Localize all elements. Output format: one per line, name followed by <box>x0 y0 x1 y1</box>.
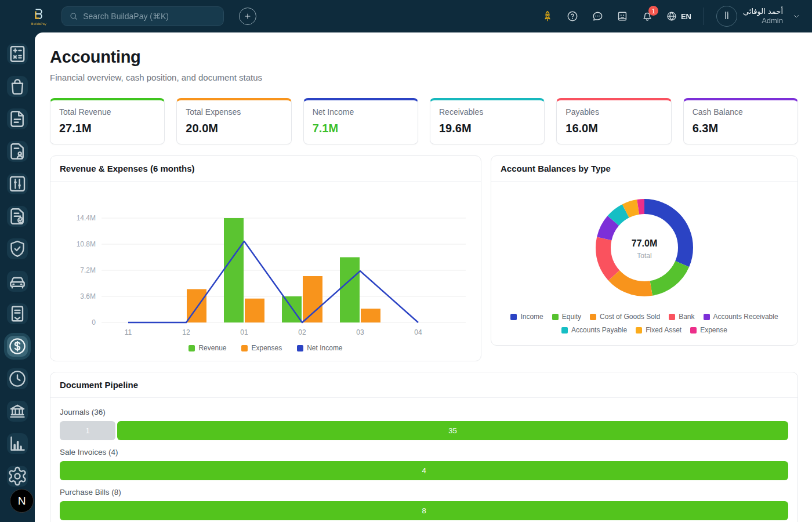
document-pipeline-panel: Document Pipeline Journals (36)135Sale I… <box>50 372 798 522</box>
pipeline-body: Journals (36)135Sale Invoices (4)4Purcha… <box>50 398 798 522</box>
pipeline-row-label: Sale Invoices (4) <box>60 448 788 456</box>
avatar: أأ <box>716 6 737 27</box>
pipeline-row-label: Journals (36) <box>60 408 788 416</box>
legend-item-bank[interactable]: Bank <box>669 313 694 321</box>
app-logo[interactable]: BuildaPay <box>31 8 46 26</box>
legend-swatch <box>690 327 697 334</box>
nextjs-dev-indicator[interactable]: N <box>10 489 34 513</box>
revenue-chart-legend: RevenueExpensesNet Income <box>50 342 481 361</box>
legend-label: Cost of Goods Sold <box>600 313 660 321</box>
pipeline-bar: 4 <box>60 461 788 480</box>
shield-check-icon <box>7 238 28 259</box>
card-label: Total Expenses <box>186 107 282 117</box>
donut-total-value: 77.0M <box>632 238 657 248</box>
sidebar-item-calculator[interactable] <box>7 44 28 64</box>
buildapay-logo-icon <box>31 8 46 21</box>
sidebar-item-dollar-circle[interactable] <box>7 336 28 357</box>
legend-item-fixed-asset[interactable]: Fixed Asset <box>636 326 682 334</box>
summary-card-payables: Payables16.0M <box>556 98 671 144</box>
user-role: Admin <box>762 16 783 26</box>
summary-card-cash-balance: Cash Balance6.3M <box>683 98 798 144</box>
legend-item-revenue[interactable]: Revenue <box>188 344 226 352</box>
legend-swatch <box>297 345 303 351</box>
revenue-expenses-svg: 03.6M7.2M10.8M14.4M111201020304 <box>59 187 472 339</box>
sidebar-item-document-check[interactable] <box>7 206 28 227</box>
quick-add-button[interactable] <box>239 8 256 25</box>
x-axis-tick: 04 <box>414 328 422 336</box>
sidebar-item-receipt[interactable] <box>7 303 28 324</box>
pipeline-segment: 1 <box>60 421 115 440</box>
bell-icon[interactable]: 1 <box>641 10 654 23</box>
legend-item-accounts-payable[interactable]: Accounts Payable <box>561 326 627 334</box>
legend-item-accounts-receivable[interactable]: Accounts Receivable <box>704 313 778 321</box>
card-label: Payables <box>566 107 662 117</box>
gear-icon <box>7 466 28 487</box>
globe-icon <box>666 10 677 22</box>
legend-item-cost-of-goods-sold[interactable]: Cost of Goods Sold <box>590 313 660 321</box>
sidebar-item-gear[interactable] <box>7 466 28 487</box>
document-icon <box>7 108 28 129</box>
legend-label: Bank <box>679 313 694 321</box>
donut-total-label: Total <box>637 252 651 260</box>
kiosk-icon[interactable] <box>616 10 629 23</box>
help-icon[interactable] <box>566 10 579 23</box>
pipeline-title: Document Pipeline <box>50 372 798 398</box>
y-axis-tick: 14.4M <box>77 214 96 222</box>
legend-item-equity[interactable]: Equity <box>552 313 581 321</box>
legend-swatch <box>636 327 642 334</box>
divider <box>704 8 704 25</box>
y-axis-tick: 7.2M <box>80 266 96 274</box>
legend-swatch <box>241 345 248 351</box>
card-value: 7.1M <box>313 122 409 135</box>
legend-swatch <box>188 345 195 351</box>
legend-label: Revenue <box>198 344 226 352</box>
legend-item-net-income[interactable]: Net Income <box>297 344 342 352</box>
y-axis-tick: 0 <box>92 318 96 327</box>
sidebar-item-bar-chart[interactable] <box>7 433 28 454</box>
balances-donut-chart: 77.0MTotal <box>491 182 798 299</box>
sidebar-item-document[interactable] <box>7 108 28 129</box>
legend-label: Expenses <box>251 344 282 352</box>
calculator-icon <box>7 44 28 64</box>
bank-icon <box>7 401 28 422</box>
x-axis-tick: 02 <box>298 328 306 336</box>
page-title: Accounting <box>50 48 798 67</box>
card-label: Cash Balance <box>693 107 789 117</box>
y-axis-tick: 10.8M <box>77 240 96 248</box>
sidebar-item-shield-check[interactable] <box>7 238 28 259</box>
summary-card-total-expenses: Total Expenses20.0M <box>176 98 291 144</box>
legend-label: Net Income <box>307 344 342 352</box>
sidebar-item-document-user[interactable] <box>7 141 28 162</box>
legend-item-expense[interactable]: Expense <box>690 326 727 334</box>
search-input[interactable] <box>83 12 216 21</box>
card-value: 16.0M <box>566 122 662 135</box>
balances-chart-legend: IncomeEquityCost of Goods SoldBankAccoun… <box>502 313 786 345</box>
y-axis-tick: 3.6M <box>80 292 96 300</box>
summary-card-total-revenue: Total Revenue27.1M <box>50 98 165 144</box>
legend-label: Expense <box>700 326 727 334</box>
sidebar-item-car[interactable] <box>7 271 28 292</box>
legend-item-income[interactable]: Income <box>510 313 543 321</box>
chevron-down-icon <box>792 12 800 20</box>
legend-label: Equity <box>562 313 581 321</box>
legend-swatch <box>561 327 568 334</box>
pipeline-bar: 8 <box>60 501 788 520</box>
sliders-icon <box>7 173 28 194</box>
sidebar-item-clock[interactable] <box>7 368 28 389</box>
user-menu[interactable]: أأ أحمد الوفائي Admin <box>716 6 800 27</box>
account-balances-panel: Account Balances by Type 77.0MTotal Inco… <box>491 155 798 346</box>
global-search[interactable] <box>61 6 224 26</box>
language-selector[interactable]: EN <box>666 10 691 22</box>
legend-item-expenses[interactable]: Expenses <box>241 344 282 352</box>
user-name: أحمد الوفائي <box>743 7 783 16</box>
sidebar-item-shopping-bag[interactable] <box>7 76 28 97</box>
bar-chart-icon <box>7 433 28 454</box>
document-user-icon <box>7 141 28 162</box>
sidebar-item-sliders[interactable] <box>7 173 28 194</box>
sidebar-item-bank[interactable] <box>7 401 28 422</box>
revenue-chart-title: Revenue & Expenses (6 months) <box>50 156 481 182</box>
legend-label: Income <box>520 313 543 321</box>
card-label: Receivables <box>439 107 535 117</box>
rocket-icon[interactable] <box>541 10 554 23</box>
chat-feedback-icon[interactable] <box>591 10 604 23</box>
